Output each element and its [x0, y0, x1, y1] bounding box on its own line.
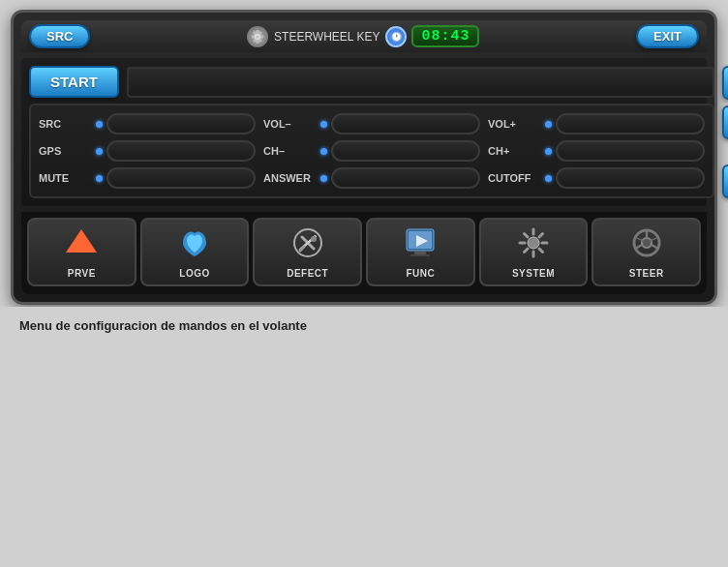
- ch-minus-input[interactable]: [331, 140, 480, 162]
- svg-line-25: [652, 245, 658, 249]
- src-input[interactable]: [106, 113, 256, 134]
- ctrl-vol-minus: VOL–: [263, 113, 480, 134]
- svg-point-22: [642, 238, 652, 248]
- top-bar: SRC STEERWHEEL KEY 🕐 08:43 EXIT: [21, 20, 707, 52]
- svg-point-5: [311, 236, 317, 242]
- enable-button[interactable]: ENABLE: [722, 66, 728, 100]
- svg-point-12: [528, 237, 539, 249]
- ctrl-answer: ANSWER: [263, 167, 480, 189]
- answer-label: ANSWER: [263, 172, 317, 184]
- mute-dot: [96, 175, 103, 182]
- prv-icon: [64, 225, 99, 264]
- svg-line-24: [635, 245, 642, 249]
- src-label: SRC: [39, 118, 92, 130]
- answer-dot: [320, 175, 327, 182]
- ch-minus-dot: [320, 148, 327, 155]
- mute-input[interactable]: [106, 167, 256, 189]
- system-icon: [516, 225, 551, 264]
- steerwheel-area: STEERWHEEL KEY 🕐 08:43: [247, 25, 479, 47]
- device-frame: SRC STEERWHEEL KEY 🕐 08:43 EXIT: [11, 10, 717, 305]
- vol-minus-label: VOL–: [263, 118, 317, 130]
- svg-line-20: [525, 249, 529, 253]
- vol-plus-dot: [545, 121, 552, 128]
- nav-label-func: FUNC: [406, 268, 435, 279]
- exit-button[interactable]: EXIT: [636, 24, 699, 48]
- nav-label-defect: DEFECT: [287, 268, 328, 279]
- svg-rect-1: [74, 247, 89, 253]
- svg-line-18: [539, 249, 543, 253]
- main-content: START SRC VOL–: [21, 58, 707, 206]
- caption-text: Menu de configuracion de mandos en el vo…: [19, 318, 307, 333]
- start-button[interactable]: START: [29, 66, 119, 98]
- gear-icon: [247, 26, 268, 47]
- mute-label: MUTE: [39, 172, 92, 184]
- src-button[interactable]: SRC: [29, 24, 90, 48]
- ctrl-row-3: MUTE ANSWER CUTOFF: [39, 167, 705, 189]
- vol-minus-input[interactable]: [331, 113, 480, 134]
- controls-grid: SRC VOL– VOL+: [29, 104, 714, 198]
- nav-label-logo: LOGO: [179, 268, 209, 279]
- nav-label-steer: STEER: [629, 268, 664, 279]
- nav-item-func[interactable]: FUNC: [366, 218, 475, 286]
- store-button[interactable]: STORE: [722, 105, 728, 139]
- left-panel: START SRC VOL–: [29, 66, 714, 198]
- svg-rect-10: [414, 252, 426, 254]
- clock-display: 08:43: [411, 25, 479, 47]
- ctrl-row-1: SRC VOL– VOL+: [39, 113, 705, 134]
- ch-minus-label: CH–: [263, 145, 317, 157]
- right-panel: ENABLE STORE CLEAR: [722, 66, 728, 198]
- vol-plus-input[interactable]: [556, 113, 705, 134]
- vol-minus-dot: [320, 121, 327, 128]
- ctrl-ch-plus: CH+: [488, 140, 705, 162]
- ctrl-mute: MUTE: [39, 167, 256, 189]
- clock-icon: 🕐: [385, 26, 407, 47]
- src-dot: [96, 121, 103, 128]
- logo-icon: [177, 225, 212, 264]
- steer-icon: [629, 225, 664, 264]
- ctrl-gps: GPS: [39, 140, 256, 162]
- ctrl-src: SRC: [39, 113, 256, 134]
- nav-item-system[interactable]: SYSTEM: [479, 218, 589, 286]
- caption-area: Menu de configuracion de mandos en el vo…: [0, 307, 728, 343]
- nav-item-defect[interactable]: DEFECT: [253, 218, 362, 286]
- cutoff-dot: [545, 175, 552, 182]
- defect-icon: [290, 225, 325, 264]
- ch-plus-input[interactable]: [556, 140, 705, 162]
- gps-label: GPS: [39, 145, 92, 157]
- gps-input[interactable]: [106, 140, 256, 162]
- vol-plus-label: VOL+: [488, 118, 541, 130]
- nav-item-logo[interactable]: LOGO: [140, 218, 250, 286]
- ctrl-vol-plus: VOL+: [488, 113, 705, 134]
- nav-label-system: SYSTEM: [512, 268, 555, 279]
- svg-line-19: [539, 234, 543, 238]
- bottom-nav: PRVE LOGO: [21, 212, 707, 294]
- ctrl-ch-minus: CH–: [263, 140, 480, 162]
- ch-plus-dot: [545, 148, 552, 155]
- svg-line-17: [525, 234, 529, 238]
- ch-plus-label: CH+: [488, 145, 541, 157]
- start-row: START: [29, 66, 714, 98]
- nav-item-steer[interactable]: STEER: [592, 218, 701, 286]
- steerwheel-label: STEERWHEEL KEY: [274, 30, 379, 44]
- answer-input[interactable]: [331, 167, 480, 189]
- cutoff-label: CUTOFF: [488, 172, 541, 184]
- ctrl-row-2: GPS CH– CH+: [39, 140, 705, 162]
- gps-dot: [96, 148, 103, 155]
- svg-line-6: [300, 247, 304, 251]
- outer-frame: SRC STEERWHEEL KEY 🕐 08:43 EXIT: [0, 0, 728, 567]
- nav-label-prve: PRVE: [68, 268, 96, 279]
- func-icon: [403, 225, 438, 264]
- ctrl-cutoff: CUTOFF: [488, 167, 705, 189]
- nav-item-prve[interactable]: PRVE: [27, 218, 136, 286]
- svg-rect-11: [410, 254, 430, 256]
- clear-button[interactable]: CLEAR: [722, 164, 728, 198]
- clock-area: 🕐 08:43: [385, 25, 479, 47]
- cutoff-input[interactable]: [556, 167, 705, 189]
- name-input[interactable]: [127, 67, 714, 98]
